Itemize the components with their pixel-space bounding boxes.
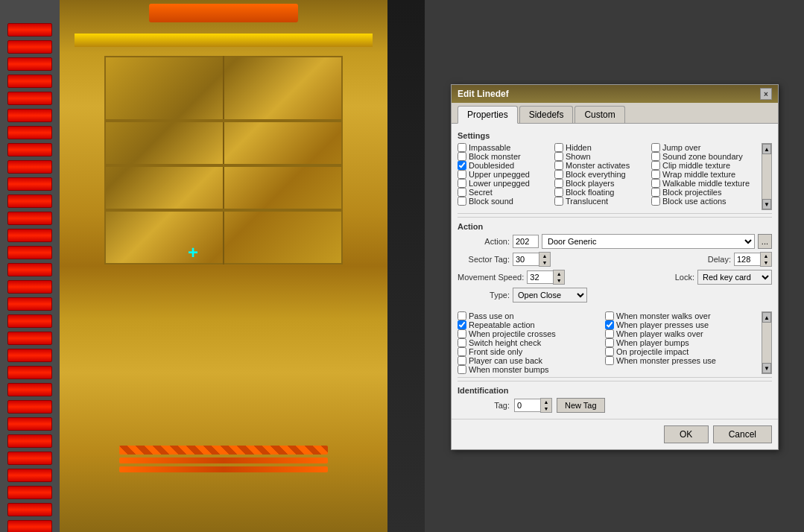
checkbox-pass-use-on[interactable]: Pass use on — [458, 311, 602, 320]
red-light — [7, 126, 52, 139]
crosshair — [186, 246, 209, 268]
checkbox-secret[interactable]: Secret — [458, 188, 551, 197]
red-light — [7, 23, 52, 37]
red-light — [7, 212, 52, 225]
lock-dropdown[interactable]: Red key card None Blue key card Yellow k… — [697, 270, 772, 285]
action-number-input[interactable] — [513, 235, 539, 248]
scroll-up-arrow[interactable]: ▲ — [762, 144, 771, 154]
sector-tag-spinner[interactable]: ▲ ▼ — [513, 252, 551, 267]
red-light — [7, 417, 52, 431]
speed-up[interactable]: ▲ — [554, 270, 564, 277]
delay-input[interactable] — [734, 253, 760, 266]
checkbox-when-monster-walks-over[interactable]: When monster walks over — [605, 311, 750, 320]
checkbox-when-monster-bumps[interactable]: When monster bumps — [458, 365, 602, 374]
settings-scrollbar[interactable]: ▲ ▼ — [762, 143, 772, 210]
type-dropdown[interactable]: Open Close Open Stay Close Stay — [513, 288, 587, 303]
tag-spinner[interactable]: ▲ ▼ — [514, 398, 552, 413]
sector-tag-input[interactable] — [513, 253, 539, 266]
ok-button[interactable]: OK — [664, 425, 709, 443]
movement-speed-input[interactable] — [527, 270, 553, 284]
checkbox-block-monster[interactable]: Block monster — [458, 152, 551, 161]
triggers-grid: Pass use on Repeatable action When proje… — [458, 311, 750, 374]
movement-speed-spinner-buttons[interactable]: ▲ ▼ — [553, 270, 565, 285]
speed-down[interactable]: ▼ — [554, 277, 564, 284]
tag-down[interactable]: ▼ — [541, 405, 551, 412]
cancel-button[interactable]: Cancel — [713, 425, 772, 443]
checkbox-when-projectile-crosses[interactable]: When projectile crosses — [458, 329, 602, 338]
red-light — [7, 503, 52, 516]
checkbox-block-everything[interactable]: Block everything — [554, 170, 648, 179]
dialog-tabs: Properties Sidedefs Custom — [452, 103, 778, 124]
checkbox-wrap-middle-texture[interactable]: Wrap middle texture — [651, 170, 750, 179]
sector-tag-spinner-buttons[interactable]: ▲ ▼ — [539, 252, 551, 267]
checkbox-switch-height-check[interactable]: Switch height check — [458, 338, 602, 347]
checkbox-on-projectile-impact[interactable]: On projectile impact — [605, 347, 750, 356]
movement-speed-spinner[interactable]: ▲ ▼ — [527, 270, 565, 285]
checkbox-shown[interactable]: Shown — [554, 152, 648, 161]
red-light — [7, 280, 52, 294]
tag-input[interactable] — [514, 399, 540, 412]
triggers-col2: When monster walks over When player pres… — [605, 311, 750, 374]
checkbox-block-players[interactable]: Block players — [554, 179, 648, 188]
checkbox-repeatable-action[interactable]: Repeatable action — [458, 320, 602, 329]
red-light — [7, 143, 52, 156]
checkbox-player-can-use-back[interactable]: Player can use back — [458, 356, 602, 365]
tab-custom[interactable]: Custom — [574, 106, 624, 123]
checkbox-impassable[interactable]: Impassable — [458, 143, 551, 152]
checkbox-sound-zone-boundary[interactable]: Sound zone boundary — [651, 152, 750, 161]
checkbox-monster-activates[interactable]: Monster activates — [554, 161, 648, 170]
checkbox-jump-over[interactable]: Jump over — [651, 143, 750, 152]
checkbox-block-sound[interactable]: Block sound — [458, 197, 551, 206]
delay-spinner-buttons[interactable]: ▲ ▼ — [760, 252, 772, 267]
red-light — [7, 452, 52, 465]
checkbox-front-side-only[interactable]: Front side only — [458, 347, 602, 356]
red-light — [7, 75, 52, 88]
red-light — [7, 486, 52, 499]
triggers-scroll-down[interactable]: ▼ — [762, 363, 771, 373]
action-type-dropdown[interactable]: Door Generic — [542, 234, 755, 249]
checkbox-hidden[interactable]: Hidden — [554, 143, 648, 152]
sector-tag-down[interactable]: ▼ — [539, 259, 550, 266]
new-tag-button[interactable]: New Tag — [557, 398, 605, 413]
scroll-down-arrow[interactable]: ▼ — [762, 199, 771, 209]
delay-down[interactable]: ▼ — [761, 259, 771, 266]
checkbox-translucent[interactable]: Translucent — [554, 197, 648, 206]
red-light — [7, 520, 52, 532]
settings-col1: Impassable Block monster Doublesided Upp… — [458, 143, 551, 206]
tag-spinner-buttons[interactable]: ▲ ▼ — [540, 398, 552, 413]
triggers-scrollbar[interactable]: ▲ ▼ — [762, 311, 772, 374]
dialog-footer: OK Cancel — [452, 419, 778, 449]
sector-tag-up[interactable]: ▲ — [539, 253, 550, 259]
checkbox-block-use-actions[interactable]: Block use actions — [651, 197, 750, 206]
triggers-section: Pass use on Repeatable action When proje… — [458, 311, 772, 374]
red-light — [7, 366, 52, 379]
triggers-scroll-up[interactable]: ▲ — [762, 312, 771, 323]
red-light — [7, 314, 52, 328]
close-button[interactable]: × — [760, 88, 772, 100]
action-extra-button[interactable]: ... — [758, 234, 772, 249]
checkbox-when-player-walks-over[interactable]: When player walks over — [605, 329, 750, 338]
red-light — [7, 109, 52, 122]
tab-sidedefs[interactable]: Sidedefs — [519, 106, 574, 123]
red-light — [7, 40, 52, 54]
triggers-col1: Pass use on Repeatable action When proje… — [458, 311, 602, 374]
red-light — [7, 263, 52, 276]
checkbox-when-player-bumps[interactable]: When player bumps — [605, 338, 750, 347]
checkbox-when-player-presses-use[interactable]: When player presses use — [605, 320, 750, 329]
red-light — [7, 246, 52, 259]
checkbox-lower-unpegged[interactable]: Lower unpegged — [458, 179, 551, 188]
delay-spinner[interactable]: ▲ ▼ — [734, 252, 772, 267]
checkbox-doublesided[interactable]: Doublesided — [458, 161, 551, 170]
tab-properties[interactable]: Properties — [458, 106, 518, 124]
side-panel-right — [425, 0, 447, 532]
checkbox-when-monster-presses-use[interactable]: When monster presses use — [605, 356, 750, 365]
type-row: Type: Open Close Open Stay Close Stay — [458, 288, 772, 303]
delay-up[interactable]: ▲ — [761, 253, 771, 259]
checkbox-clip-middle-texture[interactable]: Clip middle texture — [651, 161, 750, 170]
checkbox-block-projectiles[interactable]: Block projectiles — [651, 188, 750, 197]
action-label: Action: — [458, 237, 510, 246]
checkbox-block-floating[interactable]: Block floating — [554, 188, 648, 197]
checkbox-upper-unpegged[interactable]: Upper unpegged — [458, 170, 551, 179]
checkbox-walkable-middle-texture[interactable]: Walkable middle texture — [651, 179, 750, 188]
tag-up[interactable]: ▲ — [541, 399, 551, 405]
